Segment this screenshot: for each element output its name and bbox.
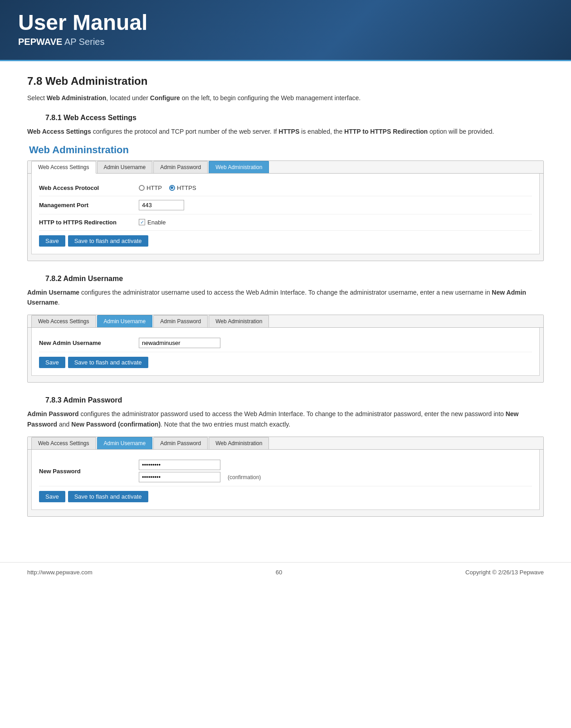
- tab-admin-username-1[interactable]: Admin Username: [97, 161, 153, 173]
- protocol-value: HTTP HTTPS: [139, 184, 532, 191]
- bold-web-access-settings: Web Access Settings: [27, 128, 91, 135]
- new-password-label: New Password: [39, 468, 139, 475]
- subsection-782-title: 7.8.2 Admin Username: [27, 275, 544, 283]
- subsection-783-desc: Admin Password configures the administra…: [27, 409, 544, 429]
- web-access-buttons: Save Save to flash and activate: [39, 231, 532, 248]
- tab-web-access-settings-2[interactable]: Web Access Settings: [31, 315, 96, 327]
- password-line-1: [139, 460, 261, 470]
- new-username-input[interactable]: [139, 338, 220, 348]
- web-access-save-flash-button[interactable]: Save to flash and activate: [68, 235, 148, 247]
- radio-http[interactable]: HTTP: [139, 184, 162, 191]
- new-password-value: (confirmation): [139, 460, 532, 482]
- web-access-panel-body: Web Access Protocol HTTP HTTPS: [31, 174, 540, 254]
- bold-web-admin: Web Administration: [47, 94, 106, 102]
- radio-http-label: HTTP: [146, 184, 162, 191]
- subsection-781-desc: Web Access Settings configures the proto…: [27, 126, 544, 136]
- tab-admin-password-1[interactable]: Admin Password: [153, 161, 208, 173]
- bold-admin-username: Admin Username: [27, 289, 79, 296]
- management-port-row: Management Port: [39, 196, 532, 214]
- section-78-title: 7.8 Web Administration: [27, 75, 544, 87]
- tab-admin-username-3[interactable]: Admin Username: [97, 437, 153, 449]
- new-username-label: New Admin Username: [39, 340, 139, 346]
- new-password-confirm-input[interactable]: [139, 472, 220, 482]
- https-redirect-checkbox-box: [139, 219, 145, 225]
- main-content: 7.8 Web Administration Select Web Admini…: [0, 61, 571, 548]
- radio-http-circle: [139, 185, 145, 191]
- brand-name: PEPWAVE: [18, 37, 62, 47]
- web-access-save-button[interactable]: Save: [39, 235, 65, 247]
- tab-web-administration-1[interactable]: Web Administration: [209, 161, 269, 173]
- protocol-radio-group: HTTP HTTPS: [139, 184, 196, 191]
- bold-admin-password: Admin Password: [27, 410, 79, 417]
- bold-http-redirect: HTTP to HTTPS Redirection: [344, 128, 428, 135]
- footer-copyright: Copyright © 2/26/13 Pepwave: [465, 569, 544, 576]
- https-redirect-value: Enable: [139, 219, 532, 226]
- admin-password-panel: Web Access Settings Admin Username Admin…: [27, 437, 544, 517]
- admin-password-save-flash-button[interactable]: Save to flash and activate: [68, 491, 148, 502]
- page-header: User Manual PEPWAVE AP Series: [0, 0, 571, 61]
- password-fields: (confirmation): [139, 460, 261, 482]
- manual-subtitle: PEPWAVE AP Series: [18, 37, 553, 47]
- admin-username-panel: Web Access Settings Admin Username Admin…: [27, 315, 544, 383]
- tab-web-administration-2[interactable]: Web Administration: [209, 315, 269, 327]
- tab-admin-password-3[interactable]: Admin Password: [153, 437, 208, 449]
- footer-url: http://www.pepwave.com: [27, 569, 93, 576]
- mgmt-port-value: [139, 200, 532, 210]
- section-78-intro: Select Web Administration, located under…: [27, 93, 544, 103]
- mgmt-port-input[interactable]: [139, 200, 184, 210]
- admin-password-save-button[interactable]: Save: [39, 491, 65, 502]
- admin-password-buttons: Save Save to flash and activate: [39, 486, 532, 503]
- tab-web-access-settings-3[interactable]: Web Access Settings: [31, 437, 96, 449]
- confirmation-label: (confirmation): [228, 474, 261, 480]
- tab-admin-username-2[interactable]: Admin Username: [97, 315, 153, 327]
- admin-username-buttons: Save Save to flash and activate: [39, 352, 532, 369]
- radio-https-circle: [169, 185, 175, 191]
- https-redirect-checkbox[interactable]: Enable: [139, 219, 166, 226]
- protocol-row: Web Access Protocol HTTP HTTPS: [39, 180, 532, 196]
- https-redirect-enable-label: Enable: [147, 219, 166, 226]
- web-access-tabs: Web Access Settings Admin Username Admin…: [28, 161, 543, 174]
- tab-web-administration-3[interactable]: Web Administration: [209, 437, 269, 449]
- tab-web-access-settings[interactable]: Web Access Settings: [31, 161, 96, 174]
- tab-admin-password-2[interactable]: Admin Password: [153, 315, 208, 327]
- https-redirect-row: HTTP to HTTPS Redirection Enable: [39, 214, 532, 231]
- bold-configure: Configure: [150, 94, 180, 102]
- subsection-782-desc: Admin Username configures the administra…: [27, 287, 544, 308]
- subsection-781-title: 7.8.1 Web Access Settings: [27, 114, 544, 122]
- https-redirect-label: HTTP to HTTPS Redirection: [39, 219, 139, 226]
- subtitle-rest: AP Series: [62, 37, 104, 47]
- protocol-label: Web Access Protocol: [39, 184, 139, 191]
- admin-username-save-button[interactable]: Save: [39, 357, 65, 368]
- mgmt-port-label: Management Port: [39, 202, 139, 209]
- radio-https[interactable]: HTTPS: [169, 184, 196, 191]
- admin-password-tabs: Web Access Settings Admin Username Admin…: [28, 437, 543, 450]
- subsection-783-title: 7.8.3 Admin Password: [27, 396, 544, 404]
- admin-username-save-flash-button[interactable]: Save to flash and activate: [68, 357, 148, 368]
- admin-username-tabs: Web Access Settings Admin Username Admin…: [28, 315, 543, 328]
- manual-title: User Manual: [18, 11, 553, 35]
- new-password-input[interactable]: [139, 460, 220, 470]
- password-line-2: (confirmation): [139, 472, 261, 482]
- new-password-row: New Password (confirmation): [39, 456, 532, 486]
- web-access-panel: Web Access Settings Admin Username Admin…: [27, 160, 544, 261]
- bold-new-admin-username: New Admin Username: [27, 289, 526, 306]
- footer-page: 60: [276, 569, 282, 576]
- radio-https-label: HTTPS: [177, 184, 196, 191]
- new-username-row: New Admin Username: [39, 334, 532, 352]
- admin-username-panel-body: New Admin Username Save Save to flash an…: [31, 328, 540, 376]
- page-footer: http://www.pepwave.com 60 Copyright © 2/…: [0, 562, 571, 582]
- panel-header-title: Web Admininstration: [27, 144, 544, 156]
- bold-new-password-confirm: New Password (confirmation): [71, 421, 161, 428]
- bold-https: HTTPS: [278, 128, 299, 135]
- admin-password-panel-body: New Password (confirmation) Save S: [31, 450, 540, 510]
- new-username-value: [139, 338, 532, 348]
